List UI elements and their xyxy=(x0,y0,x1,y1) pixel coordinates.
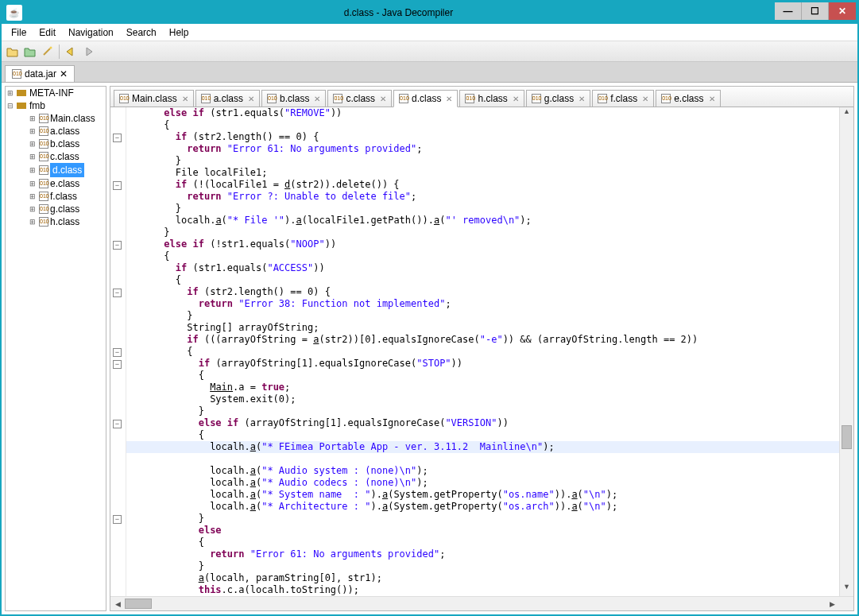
hscroll-track[interactable] xyxy=(125,597,825,610)
scroll-right-arrow[interactable]: ▶ xyxy=(825,600,839,608)
tree-node-label: c.class xyxy=(50,150,79,163)
editor-tab-label: h.class xyxy=(478,93,507,104)
scroll-down-arrow[interactable]: ▼ xyxy=(840,583,853,596)
editor-tab-label: e.class xyxy=(674,93,703,104)
tree-node-class[interactable]: 010 g.class xyxy=(29,203,106,215)
editor-tab-label: f.class xyxy=(610,93,637,104)
tree-node-label: Main.class xyxy=(50,112,95,125)
fold-toggle[interactable]: − xyxy=(113,241,122,250)
class-icon: 010 xyxy=(465,94,474,103)
tree-panel[interactable]: META-INF fmb 010 Main.class010 a.class01… xyxy=(5,86,106,611)
editor-tab-label: a.class xyxy=(214,93,243,104)
class-icon: 010 xyxy=(201,94,211,103)
tree-node-class[interactable]: 010 h.class xyxy=(29,215,106,228)
fold-toggle[interactable]: − xyxy=(113,420,122,428)
hscroll-thumb[interactable] xyxy=(125,599,152,609)
nav-back-button[interactable] xyxy=(63,44,79,60)
close-button[interactable]: ✕ xyxy=(829,2,856,20)
editor-tab-label: c.class xyxy=(346,93,375,104)
open-type-button[interactable] xyxy=(22,44,38,60)
class-icon: 010 xyxy=(39,152,48,161)
jar-tab-label: data.jar xyxy=(25,68,56,79)
fold-toggle[interactable]: − xyxy=(113,515,122,524)
class-icon: 010 xyxy=(39,126,48,136)
tab-close-icon[interactable]: ✕ xyxy=(707,95,715,103)
class-icon: 010 xyxy=(661,94,671,103)
editor-tab[interactable]: 010c.class✕ xyxy=(327,90,392,107)
editor-tab[interactable]: 010h.class✕ xyxy=(459,90,524,107)
class-icon: 010 xyxy=(267,94,277,103)
tab-close-icon[interactable]: ✕ xyxy=(246,95,254,103)
menu-file[interactable]: File xyxy=(5,25,33,40)
editor-tab[interactable]: 010b.class✕ xyxy=(261,90,326,107)
class-icon: 010 xyxy=(532,94,541,103)
app-icon: ☕ xyxy=(6,5,22,21)
class-icon: 010 xyxy=(119,94,129,103)
menu-help[interactable]: Help xyxy=(163,25,195,40)
scroll-thumb[interactable] xyxy=(842,425,852,449)
tree-node-label: d.class xyxy=(50,163,84,177)
tree-node-class[interactable]: 010 b.class xyxy=(29,138,106,150)
class-icon: 010 xyxy=(39,217,48,227)
nav-forward-button[interactable] xyxy=(80,44,96,60)
tree-node-class[interactable]: 010 a.class xyxy=(29,125,106,138)
class-icon: 010 xyxy=(39,139,48,149)
content-area: META-INF fmb 010 Main.class010 a.class01… xyxy=(2,83,857,614)
scroll-up-arrow[interactable]: ▲ xyxy=(840,107,853,121)
package-icon xyxy=(17,103,26,109)
tree-node-class[interactable]: 010 e.class xyxy=(29,177,106,190)
fold-gutter[interactable]: − − − − − − − − xyxy=(110,107,126,596)
window-controls: — ☐ ✕ xyxy=(775,2,856,20)
tab-close-icon[interactable]: ✕ xyxy=(444,95,452,103)
editor-tab[interactable]: 010f.class✕ xyxy=(592,90,654,107)
scroll-left-arrow[interactable]: ◀ xyxy=(110,600,125,608)
minimize-button[interactable]: — xyxy=(775,2,802,20)
fold-toggle[interactable]: − xyxy=(113,134,122,142)
editor-panel: 010Main.class✕010a.class✕010b.class✕010c… xyxy=(110,86,854,611)
menu-edit[interactable]: Edit xyxy=(33,25,62,40)
editor-tab-label: b.class xyxy=(280,93,309,104)
svg-line-0 xyxy=(44,48,50,55)
open-file-button[interactable] xyxy=(5,44,21,60)
fold-toggle[interactable]: − xyxy=(113,360,122,369)
fold-toggle[interactable]: − xyxy=(113,289,122,297)
tab-close-icon[interactable]: ✕ xyxy=(577,95,585,103)
jar-tab-bar: 010 data.jar ✕ xyxy=(2,62,857,83)
fold-toggle[interactable]: − xyxy=(113,348,122,357)
toolbar-separator xyxy=(59,45,60,59)
editor-tab[interactable]: 010Main.class✕ xyxy=(114,90,194,107)
tree-node-label: f.class xyxy=(50,190,77,203)
editor-tabs: 010Main.class✕010a.class✕010b.class✕010c… xyxy=(110,87,853,107)
fold-toggle[interactable]: − xyxy=(113,181,122,190)
editor-tab-label: d.class xyxy=(412,93,441,104)
editor-tab[interactable]: 010d.class✕ xyxy=(393,90,458,107)
tree-node-class[interactable]: 010 c.class xyxy=(29,150,106,163)
tree-node-class[interactable]: 010 d.class xyxy=(29,163,106,177)
tab-close-icon[interactable]: ✕ xyxy=(180,95,188,103)
tab-close-icon[interactable]: ✕ xyxy=(640,95,648,103)
tree-node-class[interactable]: 010 Main.class xyxy=(29,112,106,125)
wand-button[interactable] xyxy=(40,44,56,60)
vertical-scrollbar[interactable]: ▲ ▼ xyxy=(839,107,853,596)
maximize-button[interactable]: ☐ xyxy=(802,2,829,20)
menu-search[interactable]: Search xyxy=(120,25,163,40)
horizontal-scrollbar[interactable]: ◀ ▶ xyxy=(110,596,853,610)
tree-node-fmb[interactable]: fmb xyxy=(7,99,106,112)
tab-close-icon[interactable]: ✕ xyxy=(511,95,519,103)
code-view[interactable]: else if (str1.equals("REMOVE")) { if (st… xyxy=(126,107,839,596)
editor-tab[interactable]: 010e.class✕ xyxy=(656,90,720,107)
class-icon: 010 xyxy=(39,165,48,175)
editor-tab-label: Main.class xyxy=(132,93,177,104)
tree-node-label: a.class xyxy=(50,125,79,138)
class-icon: 010 xyxy=(39,192,48,201)
tree-node-metainf[interactable]: META-INF xyxy=(7,87,106,99)
menu-navigation[interactable]: Navigation xyxy=(62,25,120,40)
tab-close-icon[interactable]: ✕ xyxy=(312,95,320,103)
jar-tab[interactable]: 010 data.jar ✕ xyxy=(5,65,75,82)
tree-node-label: h.class xyxy=(50,215,79,228)
editor-tab[interactable]: 010a.class✕ xyxy=(195,90,260,107)
tree-node-class[interactable]: 010 f.class xyxy=(29,190,106,203)
tab-close-icon[interactable]: ✕ xyxy=(378,95,386,103)
editor-tab[interactable]: 010g.class✕ xyxy=(526,90,590,107)
jar-tab-close-icon[interactable]: ✕ xyxy=(60,68,68,79)
